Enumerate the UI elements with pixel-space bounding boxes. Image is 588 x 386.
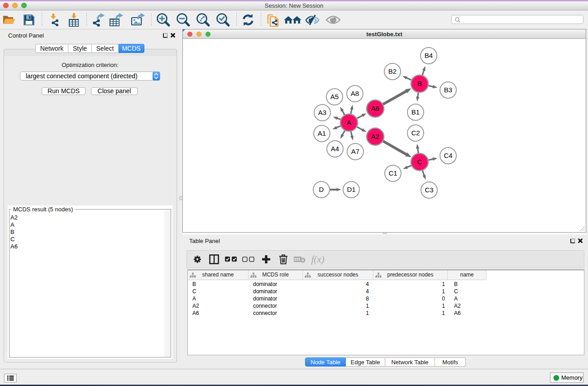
svg-text:A: A [347,119,351,126]
svg-text:A1: A1 [318,129,326,137]
svg-text:A8: A8 [351,90,359,97]
svg-text:B3: B3 [444,86,452,94]
svg-text:C3: C3 [425,186,433,194]
svg-text:A4: A4 [331,145,339,152]
svg-text:D1: D1 [347,186,355,193]
svg-text:C2: C2 [411,129,420,137]
svg-text:B1: B1 [411,108,420,116]
svg-text:C: C [417,158,422,166]
svg-text:B: B [417,80,422,87]
svg-text:D: D [319,186,324,193]
svg-text:A3: A3 [318,109,326,116]
svg-text:A2: A2 [371,133,379,140]
svg-text:A5: A5 [330,93,339,100]
svg-text:A7: A7 [351,148,359,155]
svg-text:A6: A6 [371,105,379,112]
svg-text:B4: B4 [425,52,433,59]
svg-text:C1: C1 [388,169,397,177]
svg-text:C4: C4 [444,152,452,159]
svg-text:B2: B2 [388,67,397,75]
